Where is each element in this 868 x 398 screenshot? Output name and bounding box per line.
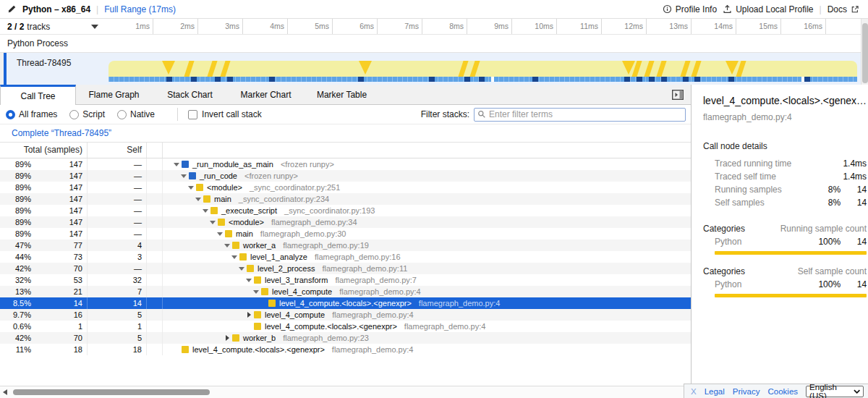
function-name: worker_b xyxy=(243,332,276,344)
ruler-tick: 7ms xyxy=(378,19,422,34)
expander[interactable] xyxy=(200,205,210,216)
self-cell: 3 xyxy=(88,251,147,263)
function-name: <module> xyxy=(229,216,264,228)
language-select[interactable]: English (US) xyxy=(806,386,864,397)
sample-run xyxy=(637,77,642,82)
call-tree-row[interactable]: 0.6%11level_4_compute.<locals>.<genexpr>… xyxy=(0,321,691,332)
call-tree-row[interactable]: 89%147—<module>_sync_coordinator.py:251 xyxy=(0,182,691,193)
profile-info-button[interactable]: Profile Info xyxy=(663,4,717,14)
call-tree-row[interactable]: 42%705worker_bflamegraph_demo.py:23 xyxy=(0,332,691,344)
radio-all-frames[interactable]: All frames xyxy=(6,109,57,119)
docs-link[interactable]: Docs xyxy=(827,4,859,14)
radio-button[interactable] xyxy=(117,110,127,119)
invert-call-stack-label[interactable]: Invert call stack xyxy=(202,109,262,119)
tab-marker-chart[interactable]: Marker Chart xyxy=(228,85,304,104)
invert-call-stack-checkbox[interactable] xyxy=(188,110,197,119)
function-name: level_4_compute.<locals>.<genexpr> xyxy=(265,321,397,332)
category-square-icon xyxy=(239,253,247,261)
call-tree-row[interactable]: 89%147—mainflamegraph_demo.py:30 xyxy=(0,228,691,240)
function-name: level_4_compute.<locals>.<genexpr> xyxy=(192,344,325,355)
sidebar-toggle-button[interactable] xyxy=(672,90,684,100)
timeline-tracks: Python Process Thread-78495 xyxy=(0,35,861,85)
gutter-cell xyxy=(147,228,163,240)
footer-link-cookies[interactable]: Cookies xyxy=(768,387,799,396)
total-samples-cell: 147 xyxy=(34,158,88,170)
breadcrumb-complete-thread-link[interactable]: Complete “Thread-78495” xyxy=(12,128,111,138)
expander[interactable] xyxy=(193,193,203,205)
activity-marker-slash xyxy=(644,61,654,77)
call-tree-row[interactable]: 13%217level_4_computeflamegraph_demo.py:… xyxy=(0,286,691,297)
call-tree-row[interactable]: 89%147—_run_code<frozen runpy> xyxy=(0,170,691,182)
activity-marker-slash xyxy=(680,61,690,77)
call-tree-row[interactable]: 42%70—level_2_processflamegraph_demo.py:… xyxy=(0,263,691,274)
process-track-header[interactable]: Python Process xyxy=(0,35,861,53)
column-header-self[interactable]: Self xyxy=(88,143,147,158)
call-tree-row[interactable]: 8.5%1414level_4_compute.<locals>.<genexp… xyxy=(0,297,691,309)
vertical-scrollbar[interactable] xyxy=(861,19,868,85)
radio-script[interactable]: Script xyxy=(69,109,105,119)
call-tree-row[interactable]: 32%5332level_3_transformflamegraph_demo.… xyxy=(0,274,691,286)
footer-link-privacy[interactable]: Privacy xyxy=(733,387,760,396)
call-tree-row[interactable]: 47%774worker_aflamegraph_demo.py:19 xyxy=(0,240,691,251)
self-cell: — xyxy=(88,170,147,182)
call-tree-row[interactable]: 89%147—main_sync_coordinator.py:234 xyxy=(0,193,691,205)
category-square-icon xyxy=(254,311,261,318)
firefox-profiler-app: Python – x86_64 | Full Range (17ms) Prof… xyxy=(0,0,868,398)
self-cell: 18 xyxy=(88,344,147,355)
filter-input[interactable] xyxy=(486,109,685,119)
expander[interactable] xyxy=(171,158,182,170)
expander[interactable] xyxy=(244,309,254,321)
thread-activity-graph[interactable] xyxy=(109,53,857,85)
call-tree-row[interactable]: 89%147—_execute_script_sync_coordinator.… xyxy=(0,205,691,216)
gutter-cell xyxy=(147,309,163,321)
tracks-dropdown[interactable]: 2 / 2 tracks xyxy=(0,19,109,34)
tree-cell: level_4_compute.<locals>.<genexpr>flameg… xyxy=(163,344,691,355)
tab-stack-chart[interactable]: Stack Chart xyxy=(152,85,228,104)
expander[interactable] xyxy=(222,240,232,251)
expander[interactable] xyxy=(186,182,196,193)
total-samples-cell: 147 xyxy=(34,170,88,182)
category-percent: 100% xyxy=(812,278,841,291)
radio-button[interactable] xyxy=(6,110,15,119)
call-tree-row[interactable]: 44%733level_1_analyzeflamegraph_demo.py:… xyxy=(0,251,691,263)
file-location: flamegraph_demo.py:30 xyxy=(260,228,346,240)
expander[interactable] xyxy=(222,332,232,344)
tab-marker-table[interactable]: Marker Table xyxy=(304,85,380,104)
expander[interactable] xyxy=(229,251,239,263)
expander[interactable] xyxy=(215,228,225,240)
footer-link-x[interactable]: X xyxy=(691,387,697,396)
tab-flame-graph[interactable]: Flame Graph xyxy=(76,85,152,104)
call-tree-row[interactable]: 89%147—<module>flamegraph_demo.py:34 xyxy=(0,216,691,228)
scroll-left-arrow-icon[interactable] xyxy=(3,389,7,395)
pencil-icon[interactable] xyxy=(7,4,17,14)
expander[interactable] xyxy=(244,274,254,286)
horizontal-scrollbar[interactable] xyxy=(0,386,691,398)
expander[interactable] xyxy=(208,216,218,228)
call-tree-row[interactable]: 89%147—_run_module_as_main<frozen runpy> xyxy=(0,158,691,170)
sample-run xyxy=(624,77,630,82)
file-location: flamegraph_demo.py:4 xyxy=(332,309,414,321)
triangle-down-icon xyxy=(181,174,187,178)
call-tree-row[interactable]: 9.7%165level_4_computeflamegraph_demo.py… xyxy=(0,309,691,321)
call-tree-row[interactable]: 11%1818level_4_compute.<locals>.<genexpr… xyxy=(0,344,691,355)
expander[interactable] xyxy=(251,286,261,297)
filter-input-box[interactable] xyxy=(474,108,686,122)
radio-button[interactable] xyxy=(69,110,79,119)
horizontal-scrollbar-thumb[interactable] xyxy=(13,389,210,395)
column-header-total[interactable]: Total (samples) xyxy=(0,143,88,158)
footer-link-legal[interactable]: Legal xyxy=(705,387,725,396)
activity-marker-slash xyxy=(691,61,701,77)
thread-track-label[interactable]: Thread-78495 xyxy=(7,53,109,85)
expander[interactable] xyxy=(179,170,189,182)
expander[interactable] xyxy=(237,263,247,274)
radio-native[interactable]: Native xyxy=(117,109,155,119)
docs-label: Docs xyxy=(827,4,847,14)
total-percent-cell: 89% xyxy=(0,170,34,182)
vertical-scrollbar-thumb[interactable] xyxy=(862,23,868,83)
tree-cell: level_4_computeflamegraph_demo.py:4 xyxy=(163,309,691,321)
tab-strip: Call TreeFlame GraphStack ChartMarker Ch… xyxy=(0,85,691,105)
upload-profile-button[interactable]: Upload Local Profile xyxy=(723,4,813,14)
tree-cell: _run_code<frozen runpy> xyxy=(163,170,691,182)
full-range-link[interactable]: Full Range (17ms) xyxy=(104,4,176,14)
tab-call-tree[interactable]: Call Tree xyxy=(0,85,76,105)
